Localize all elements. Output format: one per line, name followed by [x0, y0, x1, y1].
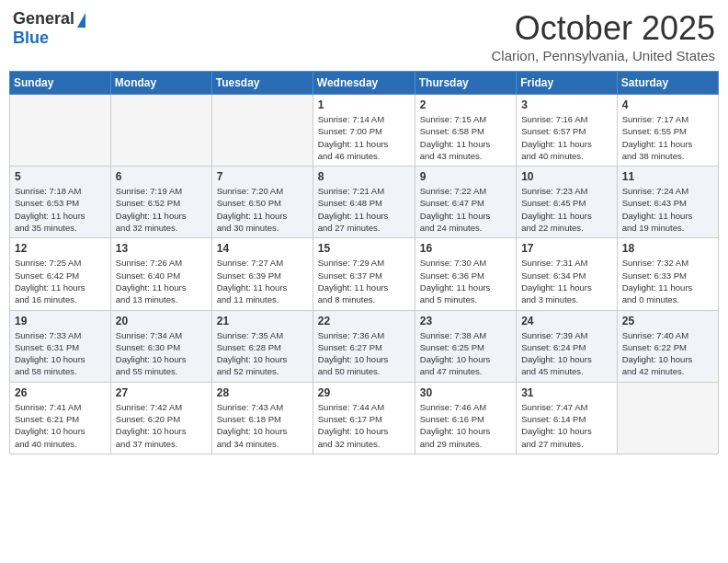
calendar-day [211, 95, 313, 167]
calendar-day: 12Sunrise: 7:25 AMSunset: 6:42 PMDayligh… [10, 238, 111, 310]
calendar-week-2: 5Sunrise: 7:18 AMSunset: 6:53 PMDaylight… [10, 167, 719, 238]
day-number: 15 [318, 242, 410, 255]
calendar-day [10, 95, 111, 167]
calendar-day: 17Sunrise: 7:31 AMSunset: 6:34 PMDayligh… [517, 238, 618, 310]
day-info: Sunrise: 7:30 AMSunset: 6:36 PMDaylight:… [420, 257, 511, 305]
day-info: Sunrise: 7:20 AMSunset: 6:50 PMDaylight:… [217, 185, 308, 234]
day-number: 5 [15, 170, 106, 183]
calendar-day: 26Sunrise: 7:41 AMSunset: 6:21 PMDayligh… [10, 382, 111, 454]
calendar-day: 4Sunrise: 7:17 AMSunset: 6:55 PMDaylight… [617, 95, 718, 167]
calendar-day: 16Sunrise: 7:30 AMSunset: 6:36 PMDayligh… [415, 238, 516, 310]
calendar-week-3: 12Sunrise: 7:25 AMSunset: 6:42 PMDayligh… [10, 238, 719, 310]
day-number: 10 [521, 170, 612, 183]
calendar-day: 2Sunrise: 7:15 AMSunset: 6:58 PMDaylight… [415, 95, 516, 167]
day-info: Sunrise: 7:14 AMSunset: 7:00 PMDaylight:… [318, 113, 410, 162]
calendar-day: 18Sunrise: 7:32 AMSunset: 6:33 PMDayligh… [617, 238, 718, 310]
calendar-day: 25Sunrise: 7:40 AMSunset: 6:22 PMDayligh… [617, 310, 718, 382]
calendar-day: 6Sunrise: 7:19 AMSunset: 6:52 PMDaylight… [110, 167, 211, 238]
day-info: Sunrise: 7:32 AMSunset: 6:33 PMDaylight:… [622, 257, 713, 305]
logo-general: General [13, 9, 74, 29]
day-info: Sunrise: 7:44 AMSunset: 6:17 PMDaylight:… [318, 401, 410, 450]
day-info: Sunrise: 7:21 AMSunset: 6:48 PMDaylight:… [318, 185, 410, 234]
day-info: Sunrise: 7:42 AMSunset: 6:20 PMDaylight:… [116, 401, 207, 450]
day-number: 2 [420, 98, 511, 111]
day-number: 3 [521, 98, 612, 111]
calendar-day [110, 95, 211, 167]
calendar-day [617, 382, 718, 454]
day-number: 23 [420, 315, 511, 327]
weekday-header-saturday: Saturday [617, 72, 718, 95]
day-info: Sunrise: 7:36 AMSunset: 6:27 PMDaylight:… [318, 329, 410, 378]
day-info: Sunrise: 7:43 AMSunset: 6:18 PMDaylight:… [217, 401, 308, 450]
location: Clarion, Pennsylvania, United States [492, 48, 715, 63]
calendar-day: 20Sunrise: 7:34 AMSunset: 6:30 PMDayligh… [110, 310, 211, 382]
calendar-day: 29Sunrise: 7:44 AMSunset: 6:17 PMDayligh… [313, 382, 415, 454]
calendar-table: SundayMondayTuesdayWednesdayThursdayFrid… [9, 71, 719, 454]
day-info: Sunrise: 7:25 AMSunset: 6:42 PMDaylight:… [15, 257, 106, 305]
day-info: Sunrise: 7:16 AMSunset: 6:57 PMDaylight:… [521, 113, 612, 162]
calendar-day: 28Sunrise: 7:43 AMSunset: 6:18 PMDayligh… [211, 382, 313, 454]
day-number: 19 [15, 315, 106, 327]
day-info: Sunrise: 7:18 AMSunset: 6:53 PMDaylight:… [15, 185, 106, 234]
day-number: 20 [116, 315, 207, 327]
calendar-day: 21Sunrise: 7:35 AMSunset: 6:28 PMDayligh… [211, 310, 313, 382]
calendar-day: 11Sunrise: 7:24 AMSunset: 6:43 PMDayligh… [617, 167, 718, 238]
day-number: 11 [622, 170, 713, 183]
calendar-day: 24Sunrise: 7:39 AMSunset: 6:24 PMDayligh… [517, 310, 618, 382]
day-number: 7 [217, 170, 308, 183]
calendar-day: 9Sunrise: 7:22 AMSunset: 6:47 PMDaylight… [415, 167, 516, 238]
day-info: Sunrise: 7:40 AMSunset: 6:22 PMDaylight:… [622, 329, 713, 378]
weekday-header-friday: Friday [517, 72, 618, 95]
day-number: 17 [521, 242, 612, 255]
day-number: 4 [622, 98, 713, 111]
calendar-day: 19Sunrise: 7:33 AMSunset: 6:31 PMDayligh… [10, 310, 111, 382]
day-info: Sunrise: 7:31 AMSunset: 6:34 PMDaylight:… [521, 257, 612, 305]
calendar-day: 3Sunrise: 7:16 AMSunset: 6:57 PMDaylight… [517, 95, 618, 167]
calendar-day: 7Sunrise: 7:20 AMSunset: 6:50 PMDaylight… [211, 167, 313, 238]
day-number: 22 [318, 315, 410, 327]
day-number: 27 [116, 386, 207, 399]
title-block: October 2025 Clarion, Pennsylvania, Unit… [492, 9, 715, 63]
day-number: 14 [217, 242, 308, 255]
weekday-header-sunday: Sunday [10, 72, 111, 95]
day-info: Sunrise: 7:46 AMSunset: 6:16 PMDaylight:… [420, 401, 511, 450]
day-info: Sunrise: 7:27 AMSunset: 6:39 PMDaylight:… [217, 257, 308, 305]
day-info: Sunrise: 7:47 AMSunset: 6:14 PMDaylight:… [521, 401, 612, 450]
day-number: 30 [420, 386, 511, 399]
day-info: Sunrise: 7:19 AMSunset: 6:52 PMDaylight:… [116, 185, 207, 234]
day-number: 13 [116, 242, 207, 255]
weekday-header-monday: Monday [110, 72, 211, 95]
calendar-day: 10Sunrise: 7:23 AMSunset: 6:45 PMDayligh… [517, 167, 618, 238]
calendar-day: 14Sunrise: 7:27 AMSunset: 6:39 PMDayligh… [211, 238, 313, 310]
day-info: Sunrise: 7:33 AMSunset: 6:31 PMDaylight:… [15, 329, 106, 378]
day-info: Sunrise: 7:26 AMSunset: 6:40 PMDaylight:… [116, 257, 207, 305]
weekday-header-wednesday: Wednesday [313, 72, 415, 95]
calendar-week-4: 19Sunrise: 7:33 AMSunset: 6:31 PMDayligh… [10, 310, 719, 382]
calendar-day: 30Sunrise: 7:46 AMSunset: 6:16 PMDayligh… [415, 382, 516, 454]
calendar-day: 23Sunrise: 7:38 AMSunset: 6:25 PMDayligh… [415, 310, 516, 382]
day-info: Sunrise: 7:23 AMSunset: 6:45 PMDaylight:… [521, 185, 612, 234]
day-number: 24 [521, 315, 612, 327]
calendar-day: 8Sunrise: 7:21 AMSunset: 6:48 PMDaylight… [313, 167, 415, 238]
weekday-header-thursday: Thursday [415, 72, 516, 95]
calendar-day: 27Sunrise: 7:42 AMSunset: 6:20 PMDayligh… [110, 382, 211, 454]
day-info: Sunrise: 7:34 AMSunset: 6:30 PMDaylight:… [116, 329, 207, 378]
day-info: Sunrise: 7:29 AMSunset: 6:37 PMDaylight:… [318, 257, 410, 305]
day-number: 6 [116, 170, 207, 183]
calendar-day: 5Sunrise: 7:18 AMSunset: 6:53 PMDaylight… [10, 167, 111, 238]
calendar-week-5: 26Sunrise: 7:41 AMSunset: 6:21 PMDayligh… [10, 382, 719, 454]
calendar-day: 13Sunrise: 7:26 AMSunset: 6:40 PMDayligh… [110, 238, 211, 310]
day-number: 16 [420, 242, 511, 255]
day-number: 31 [521, 386, 612, 399]
day-info: Sunrise: 7:22 AMSunset: 6:47 PMDaylight:… [420, 185, 511, 234]
month-title: October 2025 [492, 9, 715, 48]
logo-triangle [77, 13, 85, 28]
day-number: 29 [318, 386, 410, 399]
logo: General Blue [13, 9, 85, 48]
page-header: General Blue October 2025 Clarion, Penns… [9, 9, 719, 63]
calendar-day: 1Sunrise: 7:14 AMSunset: 7:00 PMDaylight… [313, 95, 415, 167]
day-number: 25 [622, 315, 713, 327]
weekday-header-row: SundayMondayTuesdayWednesdayThursdayFrid… [10, 72, 719, 95]
calendar-day: 31Sunrise: 7:47 AMSunset: 6:14 PMDayligh… [517, 382, 618, 454]
day-number: 18 [622, 242, 713, 255]
